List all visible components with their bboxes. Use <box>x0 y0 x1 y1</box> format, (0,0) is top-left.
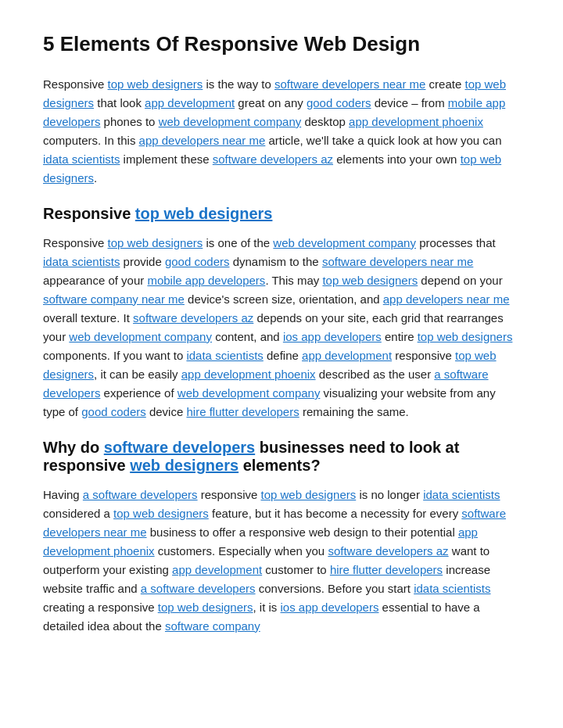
section1-paragraph: Responsive top web designers is one of t… <box>43 234 520 421</box>
link-good-coders-1[interactable]: good coders <box>307 96 371 109</box>
link-hire-flutter-developers-1[interactable]: hire flutter developers <box>186 405 299 418</box>
section2-paragraph: Having a software developers responsive … <box>43 486 520 636</box>
link-software-developers-az-1[interactable]: software developers az <box>213 152 333 166</box>
link-app-developers-near-me-2[interactable]: app developers near me <box>383 292 510 306</box>
link-top-web-designers-8[interactable]: top web designers <box>260 488 356 501</box>
link-app-development-phoenix-1[interactable]: app development phoenix <box>349 115 483 128</box>
link-web-development-company-4[interactable]: web development company <box>178 386 321 400</box>
link-top-web-designers-9[interactable]: top web designers <box>113 507 209 520</box>
link-good-coders-2[interactable]: good coders <box>165 255 230 268</box>
link-software-developers-near-me-3[interactable]: software developers near me <box>43 507 506 539</box>
section1: Responsive top web designers Responsive … <box>43 205 520 421</box>
link-idata-scientists-4[interactable]: idata scientists <box>423 488 500 501</box>
link-software-company-1[interactable]: software company <box>165 619 260 633</box>
link-software-developers-az-3[interactable]: software developers az <box>328 544 448 558</box>
link-ios-app-developers-2[interactable]: ios app developers <box>281 601 379 614</box>
link-software-developers-near-me-2[interactable]: software developers near me <box>322 255 473 268</box>
link-web-development-company-1[interactable]: web development company <box>159 115 302 128</box>
link-app-developers-near-me-1[interactable]: app developers near me <box>139 134 266 147</box>
link-app-development-phoenix-2[interactable]: app development phoenix <box>181 368 316 381</box>
link-web-designers-bold-1[interactable]: web designers <box>130 457 238 474</box>
section2: Why do software developers businesses ne… <box>43 439 520 636</box>
link-a-software-developers-2[interactable]: a software developers <box>83 488 198 501</box>
link-top-web-designers-4[interactable]: top web designers <box>108 236 203 249</box>
link-a-software-developers-3[interactable]: a software developers <box>141 582 256 595</box>
link-good-coders-3[interactable]: good coders <box>81 405 146 418</box>
link-top-web-designers-1[interactable]: top web designers <box>108 77 203 91</box>
main-title: 5 Elements Of Responsive Web Design <box>43 31 520 58</box>
section1-title-link[interactable]: top web designers <box>135 205 273 222</box>
link-top-web-designers-6[interactable]: top web designers <box>418 330 513 343</box>
intro-section: Responsive top web designers is the way … <box>43 75 520 188</box>
link-app-development-3[interactable]: app development <box>172 563 262 576</box>
link-top-web-designers-5[interactable]: top web designers <box>322 274 418 287</box>
link-app-development-2[interactable]: app development <box>302 349 392 362</box>
link-software-developers-bold-1[interactable]: software developers <box>104 439 255 456</box>
link-software-company-near-me-1[interactable]: software company near me <box>43 292 185 306</box>
link-software-developers-az-2[interactable]: software developers az <box>133 311 253 325</box>
intro-paragraph: Responsive top web designers is the way … <box>43 75 520 188</box>
link-mobile-app-developers-2[interactable]: mobile app developers <box>147 274 265 287</box>
link-idata-scientists-5[interactable]: idata scientists <box>414 582 490 595</box>
link-idata-scientists-2[interactable]: idata scientists <box>43 255 120 268</box>
section1-title-bold: Responsive <box>43 205 135 222</box>
section1-title: Responsive top web designers <box>43 205 520 223</box>
link-web-development-company-2[interactable]: web development company <box>273 236 416 249</box>
link-hire-flutter-developers-2[interactable]: hire flutter developers <box>330 563 443 576</box>
link-software-developers-near-me-1[interactable]: software developers near me <box>274 77 425 91</box>
link-web-development-company-3[interactable]: web development company <box>69 330 212 343</box>
link-idata-scientists-3[interactable]: idata scientists <box>186 349 263 362</box>
link-ios-app-developers-1[interactable]: ios app developers <box>283 330 382 343</box>
page-container: 5 Elements Of Responsive Web Design Resp… <box>0 0 563 684</box>
link-app-development-1[interactable]: app development <box>145 96 235 109</box>
section2-title: Why do software developers businesses ne… <box>43 439 520 475</box>
link-top-web-designers-10[interactable]: top web designers <box>158 601 253 614</box>
link-idata-scientists-1[interactable]: idata scientists <box>43 152 120 166</box>
